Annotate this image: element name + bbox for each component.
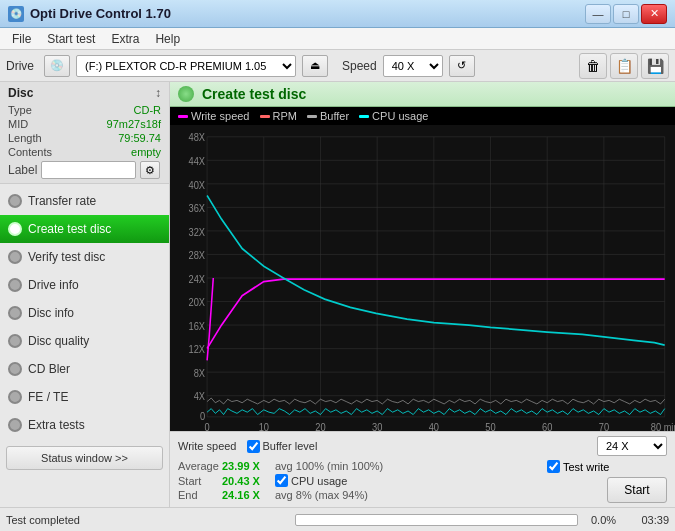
status-text: Test completed [6, 514, 287, 526]
disc-mid-label: MID [8, 118, 28, 130]
svg-text:60: 60 [542, 421, 553, 431]
svg-text:16X: 16X [189, 320, 206, 332]
disc-label-input[interactable] [41, 161, 136, 179]
legend-dot-rpm [260, 115, 270, 118]
drive-icons: 🗑 📋 💾 [579, 53, 669, 79]
buffer-level-checkbox[interactable] [247, 440, 260, 453]
nav-label-cd-bler: CD Bler [28, 362, 70, 376]
progress-bar-container [295, 514, 578, 526]
nav-dot-verify-test-disc [8, 250, 22, 264]
status-bar: Test completed 0.0% 03:39 [0, 507, 675, 531]
svg-text:48X: 48X [189, 132, 206, 144]
menu-extra[interactable]: Extra [103, 30, 147, 48]
disc-header: Disc ↕ [8, 86, 161, 100]
nav-dot-create-test-disc [8, 222, 22, 236]
disc-label-row: Label ⚙ [8, 161, 161, 179]
start-button[interactable]: Start [607, 477, 667, 503]
disc-type-label: Type [8, 104, 32, 116]
legend-label-write-speed: Write speed [191, 110, 250, 122]
legend-buffer: Buffer [307, 110, 349, 122]
svg-text:40: 40 [429, 421, 440, 431]
close-button[interactable]: ✕ [641, 4, 667, 24]
svg-text:70: 70 [599, 421, 610, 431]
buffer-level-group: Buffer level [247, 440, 318, 453]
app-title: Opti Drive Control 1.70 [30, 6, 171, 21]
svg-text:10: 10 [259, 421, 270, 431]
nav-label-fe-te: FE / TE [28, 390, 68, 404]
cpu-usage-checkbox[interactable] [275, 474, 288, 487]
menu-start-test[interactable]: Start test [39, 30, 103, 48]
svg-text:20X: 20X [189, 297, 206, 309]
buffer-level-label: Buffer level [263, 440, 318, 452]
svg-text:20: 20 [315, 421, 326, 431]
main-layout: Disc ↕ Type CD-R MID 97m27s18f Length 79… [0, 82, 675, 507]
menu-file[interactable]: File [4, 30, 39, 48]
stats-start-label: Start [178, 475, 214, 487]
legend-cpu: CPU usage [359, 110, 428, 122]
progress-percentage: 0.0% [586, 514, 621, 526]
sidebar-item-drive-info[interactable]: Drive info [0, 271, 169, 299]
menu-help[interactable]: Help [147, 30, 188, 48]
drive-label: Drive [6, 59, 34, 73]
sidebar-item-create-test-disc[interactable]: Create test disc [0, 215, 169, 243]
legend-label-rpm: RPM [273, 110, 297, 122]
nav-items: Transfer rate Create test disc Verify te… [0, 184, 169, 442]
svg-text:32X: 32X [189, 226, 206, 238]
disc-length-label: Length [8, 132, 42, 144]
stats-average-value: 23.99 X [222, 460, 267, 472]
refresh-button[interactable]: ↺ [449, 55, 475, 77]
disc-mid-value: 97m27s18f [107, 118, 161, 130]
bottom-row1: Write speed Buffer level 24 X 8 X 12 X 1… [178, 436, 667, 456]
drive-icon-button[interactable]: 💿 [44, 55, 70, 77]
speed-dropdown[interactable]: 24 X 8 X 12 X 16 X 20 X 32 X 40 X [597, 436, 667, 456]
eject-button[interactable]: ⏏ [302, 55, 328, 77]
sidebar-item-cd-bler[interactable]: CD Bler [0, 355, 169, 383]
stats-end-label: End [178, 489, 214, 501]
copy-button[interactable]: 📋 [610, 53, 638, 79]
legend-write-speed: Write speed [178, 110, 250, 122]
speed-select[interactable]: 40 X [383, 55, 443, 77]
legend-dot-write-speed [178, 115, 188, 118]
svg-text:4X: 4X [194, 391, 206, 403]
nav-dot-disc-quality [8, 334, 22, 348]
maximize-button[interactable]: □ [613, 4, 639, 24]
drive-bar: Drive 💿 (F:) PLEXTOR CD-R PREMIUM 1.05 ⏏… [0, 50, 675, 82]
bottom-row2: Average 23.99 X avg 100% (min 100%) Star… [178, 460, 667, 503]
erase-button[interactable]: 🗑 [579, 53, 607, 79]
minimize-button[interactable]: — [585, 4, 611, 24]
title-bar: 💿 Opti Drive Control 1.70 — □ ✕ [0, 0, 675, 28]
sidebar-item-disc-info[interactable]: Disc info [0, 299, 169, 327]
disc-section: Disc ↕ Type CD-R MID 97m27s18f Length 79… [0, 82, 169, 184]
stats-row-average: Average 23.99 X avg 100% (min 100%) [178, 460, 539, 472]
legend-dot-cpu [359, 115, 369, 118]
disc-arrow-icon[interactable]: ↕ [155, 86, 161, 100]
test-write-checkbox[interactable] [547, 460, 560, 473]
disc-mid-row: MID 97m27s18f [8, 118, 161, 130]
sidebar-item-transfer-rate[interactable]: Transfer rate [0, 187, 169, 215]
stats-average-label: Average [178, 460, 214, 472]
left-panel: Disc ↕ Type CD-R MID 97m27s18f Length 79… [0, 82, 170, 507]
disc-label-icon-button[interactable]: ⚙ [140, 161, 160, 179]
sidebar-item-fe-te[interactable]: FE / TE [0, 383, 169, 411]
nav-label-disc-quality: Disc quality [28, 334, 89, 348]
nav-dot-drive-info [8, 278, 22, 292]
svg-text:50: 50 [485, 421, 496, 431]
save-button[interactable]: 💾 [641, 53, 669, 79]
stats-row-start: Start 20.43 X CPU usage [178, 474, 539, 487]
sidebar-item-verify-test-disc[interactable]: Verify test disc [0, 243, 169, 271]
disc-contents-row: Contents empty [8, 146, 161, 158]
svg-text:28X: 28X [189, 250, 206, 262]
drive-select[interactable]: (F:) PLEXTOR CD-R PREMIUM 1.05 [76, 55, 296, 77]
sidebar-item-extra-tests[interactable]: Extra tests [0, 411, 169, 439]
nav-label-create-test-disc: Create test disc [28, 222, 111, 236]
title-bar-left: 💿 Opti Drive Control 1.70 [8, 6, 171, 22]
svg-text:40X: 40X [189, 179, 206, 191]
nav-label-verify-test-disc: Verify test disc [28, 250, 105, 264]
stats-table: Average 23.99 X avg 100% (min 100%) Star… [178, 460, 539, 503]
legend-label-buffer: Buffer [320, 110, 349, 122]
sidebar-item-disc-quality[interactable]: Disc quality [0, 327, 169, 355]
right-panel: Create test disc Write speed RPM Buffer … [170, 82, 675, 507]
svg-text:80 min: 80 min [651, 421, 675, 431]
status-window-button[interactable]: Status window >> [6, 446, 163, 470]
stats-row-end: End 24.16 X avg 8% (max 94%) [178, 489, 539, 501]
